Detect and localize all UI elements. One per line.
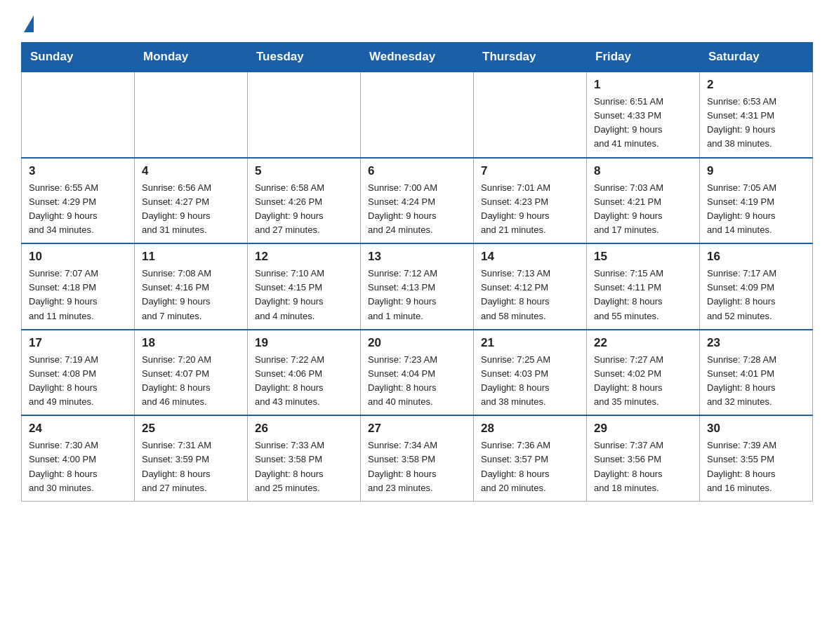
calendar-cell (135, 72, 248, 158)
day-number: 7 (481, 164, 579, 178)
calendar-week-2: 3Sunrise: 6:55 AM Sunset: 4:29 PM Daylig… (22, 158, 813, 244)
weekday-header-friday: Friday (587, 43, 700, 72)
logo (21, 14, 34, 29)
calendar-cell: 22Sunrise: 7:27 AM Sunset: 4:02 PM Dayli… (587, 330, 700, 416)
day-info: Sunrise: 7:33 AM Sunset: 3:58 PM Dayligh… (255, 438, 353, 495)
weekday-header-thursday: Thursday (474, 43, 587, 72)
day-info: Sunrise: 7:34 AM Sunset: 3:58 PM Dayligh… (368, 438, 466, 495)
calendar-cell: 4Sunrise: 6:56 AM Sunset: 4:27 PM Daylig… (135, 158, 248, 244)
day-info: Sunrise: 7:23 AM Sunset: 4:04 PM Dayligh… (368, 353, 466, 410)
calendar-week-5: 24Sunrise: 7:30 AM Sunset: 4:00 PM Dayli… (22, 415, 813, 501)
day-info: Sunrise: 7:07 AM Sunset: 4:18 PM Dayligh… (29, 267, 127, 323)
day-number: 18 (142, 336, 240, 350)
day-number: 20 (368, 336, 466, 350)
calendar-cell: 18Sunrise: 7:20 AM Sunset: 4:07 PM Dayli… (135, 330, 248, 416)
page-header (21, 14, 813, 29)
calendar-cell: 2Sunrise: 6:53 AM Sunset: 4:31 PM Daylig… (700, 72, 813, 158)
day-info: Sunrise: 6:51 AM Sunset: 4:33 PM Dayligh… (594, 95, 692, 152)
day-number: 9 (707, 164, 805, 178)
day-number: 16 (707, 250, 805, 264)
day-number: 6 (368, 164, 466, 178)
day-info: Sunrise: 7:20 AM Sunset: 4:07 PM Dayligh… (142, 353, 240, 410)
day-number: 17 (29, 336, 127, 350)
day-number: 29 (594, 422, 692, 436)
calendar-cell: 13Sunrise: 7:12 AM Sunset: 4:13 PM Dayli… (361, 243, 474, 330)
calendar-cell: 21Sunrise: 7:25 AM Sunset: 4:03 PM Dayli… (474, 330, 587, 416)
day-info: Sunrise: 7:25 AM Sunset: 4:03 PM Dayligh… (481, 353, 579, 410)
calendar-cell: 10Sunrise: 7:07 AM Sunset: 4:18 PM Dayli… (22, 243, 135, 330)
calendar-cell: 8Sunrise: 7:03 AM Sunset: 4:21 PM Daylig… (587, 158, 700, 244)
day-info: Sunrise: 7:12 AM Sunset: 4:13 PM Dayligh… (368, 267, 466, 323)
day-info: Sunrise: 7:22 AM Sunset: 4:06 PM Dayligh… (255, 353, 353, 410)
calendar-cell: 1Sunrise: 6:51 AM Sunset: 4:33 PM Daylig… (587, 72, 700, 158)
day-info: Sunrise: 7:36 AM Sunset: 3:57 PM Dayligh… (481, 438, 579, 495)
day-number: 5 (255, 164, 353, 178)
day-info: Sunrise: 7:13 AM Sunset: 4:12 PM Dayligh… (481, 267, 579, 323)
calendar-cell: 15Sunrise: 7:15 AM Sunset: 4:11 PM Dayli… (587, 243, 700, 330)
day-number: 12 (255, 250, 353, 264)
calendar-cell: 25Sunrise: 7:31 AM Sunset: 3:59 PM Dayli… (135, 415, 248, 501)
day-number: 13 (368, 250, 466, 264)
weekday-header-saturday: Saturday (700, 43, 813, 72)
day-info: Sunrise: 6:55 AM Sunset: 4:29 PM Dayligh… (29, 181, 127, 238)
calendar-cell: 29Sunrise: 7:37 AM Sunset: 3:56 PM Dayli… (587, 415, 700, 501)
day-number: 2 (707, 78, 805, 92)
weekday-header-sunday: Sunday (22, 43, 135, 72)
calendar-cell: 24Sunrise: 7:30 AM Sunset: 4:00 PM Dayli… (22, 415, 135, 501)
calendar-table: SundayMondayTuesdayWednesdayThursdayFrid… (21, 42, 813, 502)
calendar-cell: 23Sunrise: 7:28 AM Sunset: 4:01 PM Dayli… (700, 330, 813, 416)
calendar-cell: 19Sunrise: 7:22 AM Sunset: 4:06 PM Dayli… (248, 330, 361, 416)
logo-triangle-icon (24, 15, 34, 32)
calendar-cell: 17Sunrise: 7:19 AM Sunset: 4:08 PM Dayli… (22, 330, 135, 416)
day-number: 15 (594, 250, 692, 264)
calendar-cell: 28Sunrise: 7:36 AM Sunset: 3:57 PM Dayli… (474, 415, 587, 501)
day-number: 22 (594, 336, 692, 350)
day-info: Sunrise: 7:28 AM Sunset: 4:01 PM Dayligh… (707, 353, 805, 410)
day-number: 24 (29, 422, 127, 436)
day-number: 23 (707, 336, 805, 350)
day-info: Sunrise: 7:37 AM Sunset: 3:56 PM Dayligh… (594, 438, 692, 495)
day-number: 28 (481, 422, 579, 436)
day-info: Sunrise: 6:56 AM Sunset: 4:27 PM Dayligh… (142, 181, 240, 238)
day-info: Sunrise: 7:30 AM Sunset: 4:00 PM Dayligh… (29, 438, 127, 495)
day-info: Sunrise: 7:10 AM Sunset: 4:15 PM Dayligh… (255, 267, 353, 323)
calendar-cell: 20Sunrise: 7:23 AM Sunset: 4:04 PM Dayli… (361, 330, 474, 416)
day-number: 21 (481, 336, 579, 350)
calendar-cell: 12Sunrise: 7:10 AM Sunset: 4:15 PM Dayli… (248, 243, 361, 330)
calendar-week-3: 10Sunrise: 7:07 AM Sunset: 4:18 PM Dayli… (22, 243, 813, 330)
calendar-week-4: 17Sunrise: 7:19 AM Sunset: 4:08 PM Dayli… (22, 330, 813, 416)
day-number: 14 (481, 250, 579, 264)
calendar-cell: 16Sunrise: 7:17 AM Sunset: 4:09 PM Dayli… (700, 243, 813, 330)
calendar-cell: 11Sunrise: 7:08 AM Sunset: 4:16 PM Dayli… (135, 243, 248, 330)
calendar-cell: 30Sunrise: 7:39 AM Sunset: 3:55 PM Dayli… (700, 415, 813, 501)
calendar-cell: 7Sunrise: 7:01 AM Sunset: 4:23 PM Daylig… (474, 158, 587, 244)
day-number: 3 (29, 164, 127, 178)
weekday-header-wednesday: Wednesday (361, 43, 474, 72)
calendar-cell: 9Sunrise: 7:05 AM Sunset: 4:19 PM Daylig… (700, 158, 813, 244)
day-info: Sunrise: 7:19 AM Sunset: 4:08 PM Dayligh… (29, 353, 127, 410)
day-info: Sunrise: 7:15 AM Sunset: 4:11 PM Dayligh… (594, 267, 692, 323)
day-number: 25 (142, 422, 240, 436)
calendar-cell: 26Sunrise: 7:33 AM Sunset: 3:58 PM Dayli… (248, 415, 361, 501)
calendar-cell (361, 72, 474, 158)
calendar-cell: 6Sunrise: 7:00 AM Sunset: 4:24 PM Daylig… (361, 158, 474, 244)
day-info: Sunrise: 7:00 AM Sunset: 4:24 PM Dayligh… (368, 181, 466, 238)
day-number: 27 (368, 422, 466, 436)
day-info: Sunrise: 7:01 AM Sunset: 4:23 PM Dayligh… (481, 181, 579, 238)
day-info: Sunrise: 7:31 AM Sunset: 3:59 PM Dayligh… (142, 438, 240, 495)
day-info: Sunrise: 7:39 AM Sunset: 3:55 PM Dayligh… (707, 438, 805, 495)
day-number: 19 (255, 336, 353, 350)
calendar-cell (248, 72, 361, 158)
day-info: Sunrise: 6:53 AM Sunset: 4:31 PM Dayligh… (707, 95, 805, 152)
day-number: 4 (142, 164, 240, 178)
weekday-header-monday: Monday (135, 43, 248, 72)
day-number: 26 (255, 422, 353, 436)
calendar-cell (474, 72, 587, 158)
calendar-week-1: 1Sunrise: 6:51 AM Sunset: 4:33 PM Daylig… (22, 72, 813, 158)
day-info: Sunrise: 6:58 AM Sunset: 4:26 PM Dayligh… (255, 181, 353, 238)
calendar-cell: 27Sunrise: 7:34 AM Sunset: 3:58 PM Dayli… (361, 415, 474, 501)
day-info: Sunrise: 7:27 AM Sunset: 4:02 PM Dayligh… (594, 353, 692, 410)
day-info: Sunrise: 7:03 AM Sunset: 4:21 PM Dayligh… (594, 181, 692, 238)
day-number: 10 (29, 250, 127, 264)
calendar-cell: 14Sunrise: 7:13 AM Sunset: 4:12 PM Dayli… (474, 243, 587, 330)
